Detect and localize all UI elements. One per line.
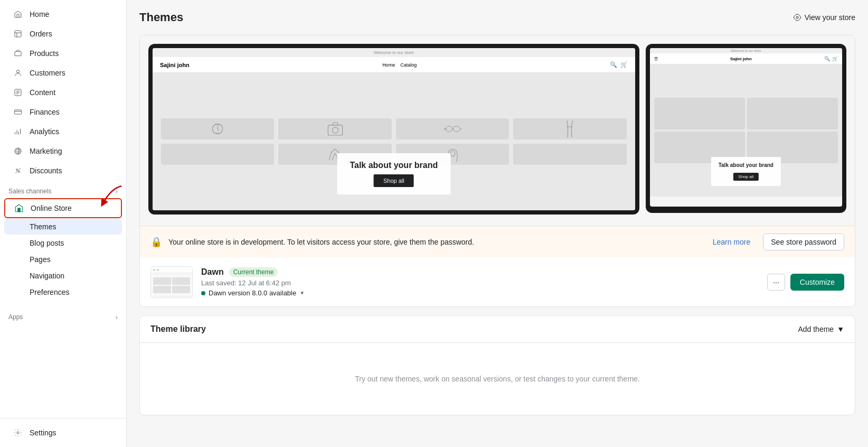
theme-version-text: Dawn version 8.0.0 available bbox=[209, 289, 296, 297]
desktop-welcome-text: Welcome to our store bbox=[153, 48, 635, 57]
sidebar-item-online-store[interactable]: Online Store bbox=[4, 198, 122, 218]
thumbnail-line-2 bbox=[153, 296, 190, 296]
settings-icon bbox=[13, 427, 23, 438]
mobile-search-icon: 🔍 bbox=[824, 56, 830, 61]
store-password-button[interactable]: See store password bbox=[763, 234, 844, 250]
svg-rect-3 bbox=[14, 110, 21, 114]
marketing-icon bbox=[13, 146, 23, 156]
thumbnail-block-3 bbox=[153, 286, 171, 293]
desktop-nav-links: Home Catalog bbox=[382, 62, 417, 68]
more-options-button[interactable]: ··· bbox=[767, 274, 785, 291]
sidebar-item-orders[interactable]: Orders bbox=[4, 24, 122, 43]
products-icon bbox=[13, 48, 23, 59]
orders-icon bbox=[13, 29, 23, 39]
sidebar-sub-item-themes[interactable]: Themes bbox=[4, 219, 122, 235]
svg-point-13 bbox=[332, 127, 338, 133]
add-theme-button[interactable]: Add theme ▼ bbox=[798, 325, 844, 333]
theme-actions: ··· Customize bbox=[767, 274, 844, 291]
version-dot bbox=[201, 291, 205, 295]
preview-images-area: Welcome to our store Sajini john Home Ca… bbox=[140, 35, 855, 226]
thumbnail-block-2 bbox=[172, 277, 190, 285]
sidebar-sub-item-themes-label: Themes bbox=[30, 222, 56, 231]
sidebar-sub-item-preferences-label: Preferences bbox=[30, 288, 69, 296]
warning-text: Your online store is in development. To … bbox=[168, 238, 706, 246]
apps-chevron-icon[interactable]: › bbox=[115, 313, 118, 321]
sidebar-item-finances-label: Finances bbox=[30, 108, 60, 116]
sidebar-sub-item-pages[interactable]: Pages bbox=[4, 252, 122, 267]
thumbnail-header bbox=[151, 267, 192, 273]
arrow-container: Online Store bbox=[0, 198, 126, 218]
cart-icon: 🛒 bbox=[620, 61, 628, 68]
sales-channels-section: Sales channels › bbox=[0, 181, 126, 198]
svg-point-16 bbox=[450, 150, 455, 156]
customers-icon bbox=[13, 68, 23, 78]
svg-rect-12 bbox=[328, 125, 342, 135]
sidebar-item-discounts[interactable]: Discounts bbox=[4, 161, 122, 180]
thumbnail-dot-1 bbox=[153, 269, 155, 271]
mobile-hamburger-icon: ☰ bbox=[654, 57, 658, 61]
sidebar-item-products[interactable]: Products bbox=[4, 44, 122, 63]
sidebar-item-home-label: Home bbox=[30, 10, 49, 18]
sidebar-item-settings-label: Settings bbox=[30, 429, 56, 437]
thumbnail-block-4 bbox=[172, 286, 190, 293]
mobile-header-icons: 🔍 🛒 bbox=[824, 56, 838, 61]
desktop-screen: Welcome to our store Sajini john Home Ca… bbox=[153, 48, 635, 210]
sidebar-sub-item-pages-label: Pages bbox=[30, 255, 51, 264]
theme-name-row: Dawn Current theme bbox=[201, 267, 759, 277]
learn-more-link[interactable]: Learn more bbox=[713, 238, 751, 246]
mobile-screen: Welcome to our store ☰ Sajini john 🔍 🛒 bbox=[650, 48, 842, 207]
warning-banner: 🔒 Your online store is in development. T… bbox=[140, 226, 855, 258]
sidebar-item-content[interactable]: Content bbox=[4, 83, 122, 102]
desktop-nav-home: Home bbox=[382, 62, 395, 68]
theme-library-empty-text: Try out new themes, work on seasonal ver… bbox=[355, 375, 640, 383]
apps-section: Apps › bbox=[0, 306, 126, 323]
mobile-sketch-area: Talk about your brand Shop all bbox=[650, 64, 842, 197]
theme-library-card: Theme library Add theme ▼ Try out new th… bbox=[139, 315, 855, 415]
discounts-icon bbox=[13, 165, 23, 176]
view-store-link[interactable]: View your store bbox=[793, 13, 855, 22]
sidebar-sub-item-navigation[interactable]: Navigation bbox=[4, 268, 122, 284]
current-theme-row: Dawn Current theme Last saved: 12 Jul at… bbox=[140, 258, 855, 306]
sidebar-item-analytics[interactable]: Analytics bbox=[4, 122, 122, 141]
svg-rect-8 bbox=[18, 208, 21, 212]
theme-preview-card: Welcome to our store Sajini john Home Ca… bbox=[139, 35, 855, 307]
svg-point-15 bbox=[453, 126, 460, 132]
sidebar-item-customers[interactable]: Customers bbox=[4, 63, 122, 82]
add-theme-chevron-icon: ▼ bbox=[837, 325, 844, 333]
sidebar-item-finances[interactable]: Finances bbox=[4, 103, 122, 122]
add-theme-label: Add theme bbox=[798, 325, 834, 333]
sidebar-item-analytics-label: Analytics bbox=[30, 127, 59, 136]
lock-icon: 🔒 bbox=[150, 236, 162, 248]
search-icon: 🔍 bbox=[610, 61, 617, 68]
sidebar-item-orders-label: Orders bbox=[30, 30, 52, 38]
sidebar-sub-item-blog-posts[interactable]: Blog posts bbox=[4, 235, 122, 251]
sidebar: Home Orders Products Customers Content bbox=[0, 0, 127, 447]
sidebar-item-discounts-label: Discounts bbox=[30, 166, 62, 175]
svg-point-10 bbox=[796, 16, 798, 18]
thumbnail-grid bbox=[151, 276, 192, 295]
sidebar-sub-item-navigation-label: Navigation bbox=[30, 272, 64, 280]
customize-button[interactable]: Customize bbox=[790, 274, 844, 291]
sales-channels-chevron-icon[interactable]: › bbox=[115, 187, 118, 195]
sidebar-item-marketing[interactable]: Marketing bbox=[4, 142, 122, 161]
desktop-store-header: Sajini john Home Catalog 🔍 🛒 bbox=[153, 57, 635, 73]
eye-icon bbox=[793, 13, 801, 22]
page-title: Themes bbox=[139, 11, 183, 24]
sidebar-item-products-label: Products bbox=[30, 49, 59, 58]
desktop-brand-tagline: Talk about your brand bbox=[350, 161, 438, 170]
desktop-device-frame: Welcome to our store Sajini john Home Ca… bbox=[148, 44, 639, 215]
theme-library-header: Theme library Add theme ▼ bbox=[140, 316, 855, 343]
sidebar-item-home[interactable]: Home bbox=[4, 5, 122, 24]
mobile-shop-button: Shop all bbox=[733, 173, 759, 181]
desktop-store-name: Sajini john bbox=[160, 62, 190, 68]
sidebar-item-settings[interactable]: Settings bbox=[4, 423, 122, 442]
sidebar-item-customers-label: Customers bbox=[30, 69, 65, 77]
desktop-header-icons: 🔍 🛒 bbox=[610, 61, 628, 68]
theme-version-row[interactable]: Dawn version 8.0.0 available ▼ bbox=[201, 289, 759, 297]
svg-rect-0 bbox=[15, 31, 21, 37]
sidebar-sub-item-blog-posts-label: Blog posts bbox=[30, 239, 64, 247]
sidebar-item-content-label: Content bbox=[30, 88, 55, 97]
sidebar-sub-item-preferences[interactable]: Preferences bbox=[4, 284, 122, 300]
online-store-icon bbox=[14, 203, 24, 213]
mobile-brand-tagline: Talk about your brand bbox=[719, 162, 773, 168]
